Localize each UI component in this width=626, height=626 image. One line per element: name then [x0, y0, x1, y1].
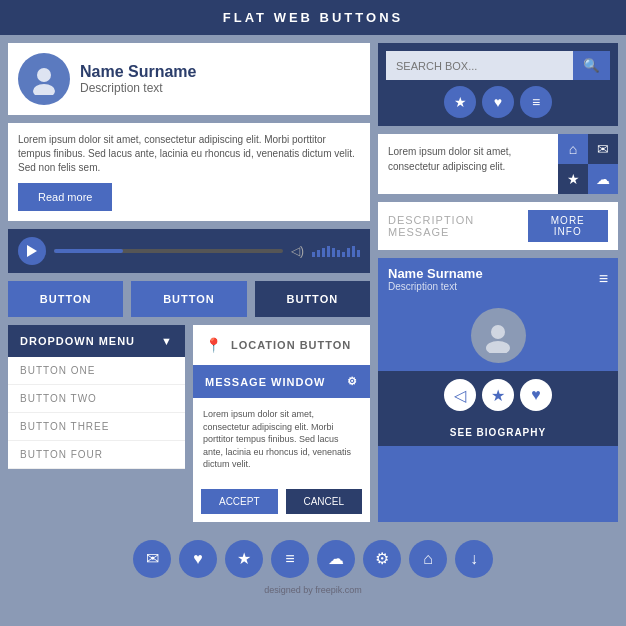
bottom-rss-icon[interactable]: ☁ [317, 540, 355, 578]
search-input-row: 🔍 [386, 51, 610, 80]
svg-point-4 [486, 341, 510, 353]
vbar10 [357, 250, 360, 257]
bottom-mail-icon[interactable]: ✉ [133, 540, 171, 578]
progress-bar [54, 249, 283, 253]
read-more-button[interactable]: Read more [18, 183, 112, 211]
location-pin-icon: 📍 [205, 337, 223, 353]
button-3[interactable]: BUTTON [255, 281, 370, 317]
profile-card: Name Surname Description text [8, 43, 370, 115]
progress-fill [54, 249, 123, 253]
message-header: MESSAGE WINDOW ⚙ [193, 365, 370, 398]
location-button[interactable]: 📍 LOCATION BUTTON [193, 325, 370, 365]
mobile-star-btn[interactable]: ★ [482, 379, 514, 411]
bottom-heart-icon[interactable]: ♥ [179, 540, 217, 578]
dropdown-arrow: ▼ [161, 335, 173, 347]
info-icon-grid: ⌂ ✉ ★ ☁ [558, 134, 618, 194]
vbar3 [322, 248, 325, 257]
mobile-avatar-area [378, 300, 618, 371]
dropdown-label: DROPDOWN MENU [20, 335, 135, 347]
svg-marker-2 [27, 245, 37, 257]
mail-icon-btn[interactable]: ✉ [588, 134, 618, 164]
search-input[interactable] [386, 51, 573, 80]
desc-message-text: DESCRIPTION MESSAGE [388, 214, 528, 238]
home-icon-btn[interactable]: ⌂ [558, 134, 588, 164]
vbar8 [347, 248, 350, 257]
cancel-button[interactable]: CANCEL [286, 489, 363, 514]
menu-icon-btn[interactable]: ≡ [520, 86, 552, 118]
search-icon-row: ★ ♥ ≡ [386, 86, 610, 118]
left-column: Name Surname Description text Lorem ipsu… [8, 43, 370, 522]
bottom-star-icon[interactable]: ★ [225, 540, 263, 578]
bottom-section: DROPDOWN MENU ▼ BUTTON ONE BUTTON TWO BU… [8, 325, 370, 522]
search-section: 🔍 ★ ♥ ≡ [378, 43, 618, 126]
header-title: FLAT WEB BUTTONS [223, 10, 403, 25]
bottom-download-icon[interactable]: ↓ [455, 540, 493, 578]
avatar [18, 53, 70, 105]
volume-bars [312, 246, 360, 257]
volume-icon: ◁) [291, 244, 304, 258]
mobile-heart-btn[interactable]: ♥ [520, 379, 552, 411]
text-content: Lorem ipsum dolor sit amet, consectetur … [18, 134, 355, 173]
message-body: Lorem ipsum dolor sit amet, consectetur … [193, 398, 370, 481]
location-label: LOCATION BUTTON [231, 339, 351, 351]
svg-point-1 [33, 84, 55, 95]
text-block: Lorem ipsum dolor sit amet, consectetur … [8, 123, 370, 221]
message-title: MESSAGE WINDOW [205, 376, 325, 388]
vbar5 [332, 248, 335, 257]
vbar1 [312, 252, 315, 257]
star-icon-btn[interactable]: ★ [444, 86, 476, 118]
bottom-home-icon[interactable]: ⌂ [409, 540, 447, 578]
vbar4 [327, 246, 330, 257]
more-info-button[interactable]: MORE INFO [528, 210, 608, 242]
dropdown-item-4[interactable]: BUTTON FOUR [8, 441, 185, 469]
dropdown-header[interactable]: DROPDOWN MENU ▼ [8, 325, 185, 357]
mobile-share-btn[interactable]: ◁ [444, 379, 476, 411]
footer-text: designed by freepik.com [264, 585, 362, 595]
svg-point-3 [491, 325, 505, 339]
message-window: 📍 LOCATION BUTTON MESSAGE WINDOW ⚙ Lorem… [193, 325, 370, 522]
mobile-card: Name Surname Description text ≡ ◁ ★ ♥ SE… [378, 258, 618, 522]
page-header: FLAT WEB BUTTONS [0, 0, 626, 35]
mobile-profile-info: Name Surname Description text [388, 266, 483, 292]
star-icon-cell[interactable]: ★ [558, 164, 588, 194]
search-button[interactable]: 🔍 [573, 51, 610, 80]
mobile-header: Name Surname Description text ≡ [378, 258, 618, 300]
mobile-name: Name Surname [388, 266, 483, 281]
mobile-avatar [471, 308, 526, 363]
dropdown-item-3[interactable]: BUTTON THREE [8, 413, 185, 441]
accept-button[interactable]: ACCEPT [201, 489, 278, 514]
mobile-action-row: ◁ ★ ♥ [378, 371, 618, 419]
svg-point-0 [37, 68, 51, 82]
vbar9 [352, 246, 355, 257]
profile-info: Name Surname Description text [80, 63, 197, 95]
desc-message-row: DESCRIPTION MESSAGE MORE INFO [378, 202, 618, 250]
profile-name: Name Surname [80, 63, 197, 81]
settings-icon[interactable]: ⚙ [347, 375, 358, 388]
button-row: BUTTON BUTTON BUTTON [8, 281, 370, 317]
info-card: Lorem ipsum dolor sit amet, consectetur … [378, 134, 618, 194]
dropdown-item-2[interactable]: BUTTON TWO [8, 385, 185, 413]
mobile-user-icon [481, 319, 515, 353]
message-actions: ACCEPT CANCEL [193, 481, 370, 522]
bottom-menu-icon[interactable]: ≡ [271, 540, 309, 578]
play-button[interactable] [18, 237, 46, 265]
vbar7 [342, 252, 345, 257]
mobile-desc: Description text [388, 281, 483, 292]
right-column: 🔍 ★ ♥ ≡ Lorem ipsum dolor sit amet, cons… [378, 43, 618, 522]
button-1[interactable]: BUTTON [8, 281, 123, 317]
user-icon [28, 63, 60, 95]
vbar2 [317, 250, 320, 257]
profile-description: Description text [80, 81, 197, 95]
dropdown-item-1[interactable]: BUTTON ONE [8, 357, 185, 385]
info-text: Lorem ipsum dolor sit amet, consectetur … [378, 134, 558, 194]
rss-icon-btn[interactable]: ☁ [588, 164, 618, 194]
button-2[interactable]: BUTTON [131, 281, 246, 317]
bottom-gear-icon[interactable]: ⚙ [363, 540, 401, 578]
heart-icon-btn[interactable]: ♥ [482, 86, 514, 118]
vbar6 [337, 250, 340, 257]
see-biography-button[interactable]: SEE BIOGRAPHY [378, 419, 618, 446]
mobile-menu-icon[interactable]: ≡ [599, 270, 608, 288]
dropdown-section: DROPDOWN MENU ▼ BUTTON ONE BUTTON TWO BU… [8, 325, 185, 469]
play-icon [27, 245, 37, 257]
footer: designed by freepik.com [0, 583, 626, 597]
